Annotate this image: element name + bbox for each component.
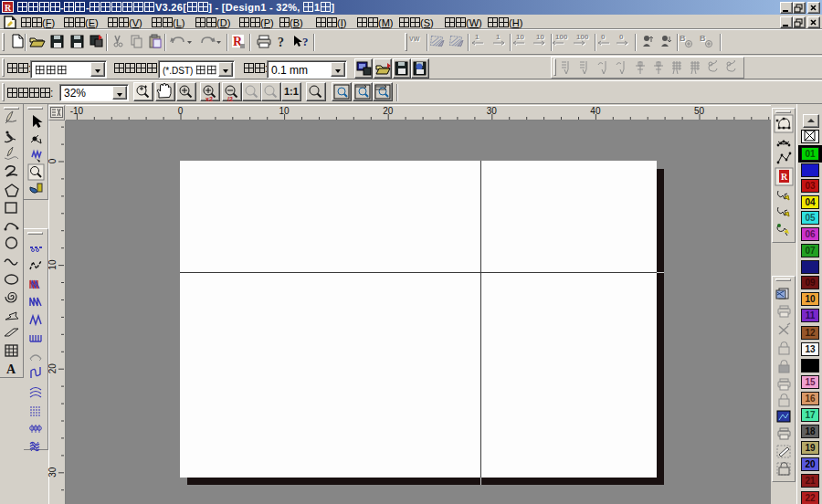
- svg-text:30: 30: [47, 467, 58, 478]
- svg-text:50: 50: [694, 106, 705, 116]
- svg-text:0: 0: [619, 33, 624, 41]
- svg-text:100: 100: [576, 33, 589, 41]
- svg-text:?: ?: [278, 36, 284, 49]
- svg-text:1:1: 1:1: [284, 86, 299, 97]
- svg-text:R: R: [781, 172, 788, 182]
- svg-text:10: 10: [47, 259, 58, 270]
- svg-text:x2: x2: [206, 96, 213, 102]
- svg-text:1: 1: [496, 33, 501, 41]
- svg-text:10: 10: [536, 33, 544, 41]
- svg-text:100: 100: [555, 33, 568, 41]
- svg-text:B: B: [680, 34, 686, 43]
- svg-text:A: A: [6, 362, 16, 376]
- svg-text:20: 20: [47, 363, 58, 374]
- svg-text:0: 0: [178, 106, 184, 116]
- svg-text:1: 1: [475, 33, 480, 41]
- svg-text:40: 40: [590, 106, 601, 116]
- svg-text:10: 10: [279, 106, 290, 116]
- svg-text:/2: /2: [227, 96, 233, 102]
- svg-text:0: 0: [47, 158, 58, 163]
- svg-text:?: ?: [302, 35, 309, 48]
- svg-text:-10: -10: [70, 106, 84, 116]
- svg-text:B: B: [700, 34, 706, 43]
- svg-text:20: 20: [383, 106, 394, 116]
- svg-text:VW: VW: [409, 36, 420, 42]
- svg-text:10: 10: [516, 33, 524, 41]
- svg-text:30: 30: [487, 106, 498, 116]
- svg-text:0: 0: [601, 33, 606, 41]
